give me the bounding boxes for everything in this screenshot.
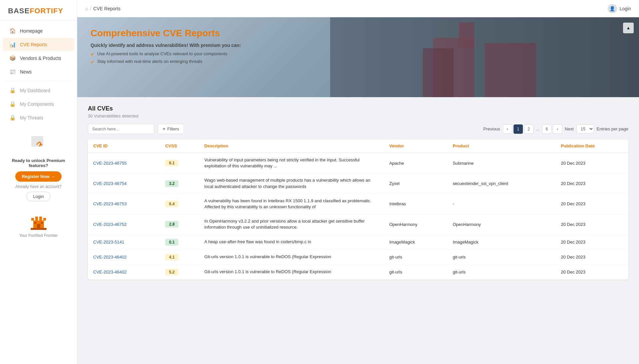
- entries-per-page-select[interactable]: 15 25 50: [576, 124, 594, 133]
- user-login-label: Login: [620, 6, 631, 11]
- sidebar-item-homepage[interactable]: 🏠 Homepage: [3, 24, 74, 37]
- nav-divider: [5, 81, 72, 81]
- sidebar: BASEFORTIFY 🏠 Homepage 📊 CVE Reports 📦 V…: [0, 0, 77, 364]
- sidebar-item-my-threats[interactable]: 🔒 My Threats: [3, 111, 74, 124]
- cell-cve-id[interactable]: CVE-2023-46753: [88, 194, 160, 214]
- cell-description: Wago web-based management of multiple pr…: [199, 173, 384, 194]
- page-1[interactable]: 1: [514, 124, 523, 134]
- table-row: CVE-2023-46402 5.2 Git-urls version 1.0.…: [88, 265, 628, 279]
- premium-icon: [29, 133, 49, 153]
- cell-description: Git-urls version 1.0.1 is vulnerable to …: [199, 265, 384, 279]
- page-6[interactable]: 6: [542, 124, 551, 134]
- cell-vendor: Zyxel: [384, 173, 447, 194]
- top-header: ⌂ / CVE Reports 👤 Login: [77, 0, 639, 17]
- table-header: CVE ID CVSS Description Vendor Product P…: [88, 139, 628, 153]
- cell-description: Vulnerability of input parameters being …: [199, 153, 384, 173]
- cell-cve-id[interactable]: CVE-2023-46755: [88, 153, 160, 173]
- pagination: ‹ 1 2 ... 6 ›: [503, 124, 562, 134]
- main-content: ⌂ / CVE Reports 👤 Login ▲ Comprehensive …: [77, 0, 639, 364]
- cell-description: A heap use-after-free flaw was found in …: [199, 235, 384, 250]
- banner-feature-2: ✔ Stay informed with real-time alerts on…: [91, 59, 290, 65]
- cell-cve-id[interactable]: CVE-2023-46402: [88, 265, 160, 279]
- col-vendor: Vendor: [384, 139, 447, 153]
- table-body: CVE-2023-46755 6.1 Vulnerability of inpu…: [88, 153, 628, 279]
- cell-cvss: 6.4: [160, 194, 199, 214]
- lock-icon-threats: 🔒: [9, 114, 16, 121]
- table-row: CVE-2023-46755 6.1 Vulnerability of inpu…: [88, 153, 628, 173]
- page-2[interactable]: 2: [524, 124, 533, 134]
- table-row: CVE-2023-46754 3.2 Wago web-based manage…: [88, 173, 628, 194]
- sidebar-item-my-dashboard[interactable]: 🔒 My Dashboard: [3, 84, 74, 97]
- svg-rect-4: [39, 217, 42, 221]
- cve-section: All CVEs 30 Vulnerabilities detected ≡ F…: [77, 97, 639, 287]
- cell-date: 20 Dec 2023: [555, 153, 628, 173]
- sidebar-item-vendors-products[interactable]: 📦 Vendors & Products: [3, 52, 74, 65]
- table-controls-left: ≡ Filters: [88, 124, 184, 134]
- cell-product: ImageMagick: [447, 235, 555, 250]
- svg-rect-6: [34, 218, 35, 221]
- cell-date: 20 Dec 2023: [555, 173, 628, 194]
- cell-date: 20 Dec 2023: [555, 265, 628, 279]
- package-icon: 📦: [9, 55, 16, 61]
- cell-product: Submarine: [447, 153, 555, 173]
- col-date: Publication Date: [555, 139, 628, 153]
- sidebar-label-my-dashboard: My Dashboard: [20, 88, 50, 93]
- chart-icon: 📊: [9, 41, 16, 48]
- banner-feature-text-1: Use AI-powered tools to analyse CVEs rel…: [97, 51, 227, 56]
- banner-title-highlight: CVE Reports: [163, 28, 220, 38]
- cell-cve-id[interactable]: CVE-2023-46754: [88, 173, 160, 194]
- lock-icon-dashboard: 🔒: [9, 87, 16, 93]
- cell-description: A vulnerability has been found in Intelb…: [199, 194, 384, 214]
- banner-feature-text-2: Stay informed with real-time alerts on e…: [97, 59, 202, 64]
- lock-icon-components: 🔒: [9, 101, 16, 107]
- sidebar-label-my-components: My Components: [20, 101, 54, 107]
- cell-date: 20 Dec 2023: [555, 194, 628, 214]
- breadcrumb-separator: /: [90, 6, 91, 11]
- table-controls: ≡ Filters Previous ‹ 1 2 ... 6 › Next: [88, 124, 628, 134]
- sidebar-label-homepage: Homepage: [20, 28, 43, 34]
- register-button[interactable]: Register Now →: [15, 171, 62, 182]
- section-subtitle: 30 Vulnerabilities detected: [88, 113, 628, 118]
- cell-cve-id[interactable]: CVE-2023-5141: [88, 235, 160, 250]
- premium-title: Ready to unlock Premium features?: [4, 158, 73, 168]
- cell-date: 20 Dec 2023: [555, 250, 628, 265]
- sidebar-label-my-threats: My Threats: [20, 115, 43, 120]
- main-nav: 🏠 Homepage 📊 CVE Reports 📦 Vendors & Pro…: [0, 21, 77, 127]
- breadcrumb-home[interactable]: ⌂: [85, 6, 88, 11]
- cell-cvss: 5.2: [160, 265, 199, 279]
- checkmark-icon-2: ✔: [91, 59, 95, 65]
- svg-rect-12: [41, 222, 43, 224]
- col-cvss: CVSS: [160, 139, 199, 153]
- page-dots: ...: [535, 127, 541, 131]
- castle-section: Your Fortified Frontier: [0, 207, 77, 241]
- svg-rect-13: [31, 228, 47, 230]
- sidebar-item-cve-reports[interactable]: 📊 CVE Reports: [3, 38, 74, 51]
- table-row: CVE-2023-46752 2.8 In OpenHarmony v3.2.2…: [88, 214, 628, 235]
- cell-vendor: ImageMagick: [384, 235, 447, 250]
- banner-background: [330, 17, 639, 97]
- already-account-text: Already have an account?: [4, 184, 73, 189]
- next-label: Next: [565, 126, 574, 131]
- search-input[interactable]: [88, 124, 154, 134]
- cell-date: 20 Dec 2023: [555, 214, 628, 235]
- logo-fortify: FORTIFY: [30, 7, 63, 15]
- table-row: CVE-2023-46402 4.1 Git-urls version 1.0.…: [88, 250, 628, 265]
- col-cve-id: CVE ID: [88, 139, 160, 153]
- previous-label: Previous: [483, 126, 500, 131]
- filter-button[interactable]: ≡ Filters: [158, 124, 184, 134]
- sidebar-item-my-components[interactable]: 🔒 My Components: [3, 97, 74, 110]
- sidebar-item-news[interactable]: 📰 News: [3, 65, 74, 78]
- user-section[interactable]: 👤 Login: [608, 4, 631, 13]
- sidebar-login-button[interactable]: Login: [26, 192, 51, 201]
- col-description: Description: [199, 139, 384, 153]
- banner-collapse-button[interactable]: ▲: [623, 23, 634, 33]
- page-next-arrow[interactable]: ›: [553, 124, 562, 134]
- cell-cve-id[interactable]: CVE-2023-46402: [88, 250, 160, 265]
- banner: ▲ Comprehensive CVE Reports Quickly iden…: [77, 17, 639, 97]
- breadcrumb-current: CVE Reports: [93, 6, 120, 11]
- page-prev-arrow[interactable]: ‹: [503, 124, 512, 134]
- section-title: All CVEs: [88, 105, 628, 112]
- cell-cve-id[interactable]: CVE-2023-46752: [88, 214, 160, 235]
- sidebar-label-news: News: [20, 69, 32, 75]
- banner-title: Comprehensive CVE Reports: [91, 28, 290, 39]
